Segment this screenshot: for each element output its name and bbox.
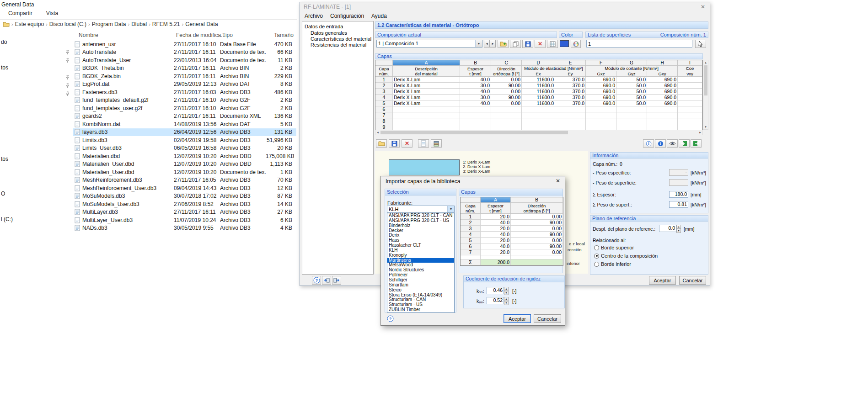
row-number-cell[interactable]: 2 <box>375 83 393 89</box>
table-cell[interactable] <box>460 118 491 124</box>
table-cell[interactable] <box>555 118 586 124</box>
table-vscrollbar[interactable]: ▴ ▾ <box>703 60 708 130</box>
table-cell[interactable]: 11600.0 <box>522 77 555 83</box>
table-cell[interactable]: 0.00 <box>491 100 522 106</box>
table-cell[interactable] <box>586 106 616 112</box>
menu-archivo[interactable]: Archivo <box>301 13 327 19</box>
breadcrumb-item[interactable]: Program Data <box>92 21 126 27</box>
fabricante-option[interactable]: Binderholz <box>387 223 454 228</box>
info-field[interactable]: 180.0 <box>669 191 688 198</box>
info-filled-button[interactable] <box>655 139 666 148</box>
row-number-cell[interactable]: 2 <box>461 220 481 226</box>
fabricante-option[interactable]: Hasslacher CLT <box>387 243 454 248</box>
table-cell[interactable] <box>616 106 647 112</box>
spin-up-icon[interactable]: ▴ <box>504 297 509 301</box>
table-cell[interactable] <box>647 112 678 118</box>
k88-field[interactable]: 0.52 <box>487 297 504 304</box>
scroll-left-icon[interactable]: ◂ <box>375 130 380 135</box>
table-cell[interactable]: 50.0 <box>616 89 647 95</box>
table-cell[interactable] <box>647 118 678 124</box>
row-number-cell[interactable]: 3 <box>461 226 481 232</box>
table-cell[interactable]: 690.0 <box>647 89 678 95</box>
table-cell[interactable]: 690.0 <box>586 77 616 83</box>
k33-spinner[interactable]: ▴ ▾ <box>504 287 509 294</box>
fabricante-option[interactable]: Steico <box>387 288 454 293</box>
displacement-spinner[interactable]: ▴ ▾ <box>676 225 681 232</box>
copy-composition-button[interactable] <box>510 40 521 48</box>
palette-icon[interactable] <box>571 40 581 48</box>
file-row[interactable]: antennen_usr27/11/2017 16:10Data Base Fi… <box>73 40 296 48</box>
table-cell[interactable]: Derix X-Lam <box>393 95 460 100</box>
column-letter-F[interactable]: F <box>586 60 616 66</box>
file-row[interactable]: KombiNorm.dat14/08/2019 13:56Archivo DAT… <box>73 120 296 128</box>
table-cell[interactable]: 690.0 <box>647 95 678 100</box>
column-letter-I[interactable]: I <box>678 60 702 66</box>
table-cell[interactable]: 11600.0 <box>522 89 555 95</box>
table-cell[interactable]: 690.0 <box>647 83 678 89</box>
fabricante-select[interactable]: KLH ▾ <box>387 206 455 213</box>
table-cell[interactable]: 90.00 <box>511 232 563 238</box>
scroll-down-icon[interactable]: ▾ <box>703 125 708 129</box>
fabricante-option[interactable]: Haas <box>387 238 454 243</box>
table-cell[interactable]: 0.00 <box>491 77 522 83</box>
file-row[interactable]: fund_templates_user.g2f27/11/2017 16:10A… <box>73 104 296 112</box>
column-letter-A[interactable]: A <box>393 60 460 66</box>
table-cell[interactable]: 690.0 <box>586 95 616 100</box>
cancel-button[interactable]: Cancelar <box>679 276 706 285</box>
menu-configuración[interactable]: Configuración <box>327 13 368 19</box>
prev-composition-button[interactable]: ◂ <box>484 40 490 48</box>
file-row[interactable]: Materialien.dbd12/07/2019 10:20Archivo D… <box>73 152 296 160</box>
table-cell[interactable]: 40.0 <box>481 243 511 249</box>
scroll-right-icon[interactable]: ▸ <box>698 130 702 135</box>
breadcrumb-item[interactable]: General Data <box>185 21 218 27</box>
fabricante-option[interactable]: Pollmeier <box>387 273 454 278</box>
table-cell[interactable]: Derix X-Lam <box>393 83 460 89</box>
file-row[interactable]: EigProf.dat29/05/2019 12:13Archivo DAT8 … <box>73 80 296 89</box>
file-row[interactable]: Materialien_User.dbd12/07/2019 10:20Docu… <box>73 168 296 176</box>
table-cell[interactable]: 20.0 <box>481 214 511 220</box>
table-cell[interactable] <box>460 112 491 118</box>
table-cell[interactable]: 20.0 <box>481 226 511 232</box>
dialog-accept-button[interactable]: Aceptar <box>504 314 531 323</box>
fabricante-option[interactable]: ANSI/APA PRG 320 CLT - CAN <box>387 213 454 218</box>
table-cell[interactable]: 0.00 <box>511 226 563 232</box>
table-cell[interactable] <box>460 106 491 112</box>
column-letter-G[interactable]: G <box>616 60 647 66</box>
fabricante-option[interactable]: Structurlam - US <box>387 302 454 307</box>
table-cell[interactable]: 40.0 <box>460 89 491 95</box>
transfer-in-button[interactable] <box>322 276 331 285</box>
menu-ayuda[interactable]: Ayuda <box>368 13 391 19</box>
radio-option-1[interactable]: Centro de la composición <box>594 253 658 259</box>
table-cell[interactable]: 370.0 <box>555 83 586 89</box>
displacement-field[interactable]: 0.0 <box>659 225 676 232</box>
fabricante-option[interactable]: Martinsons <box>387 258 454 263</box>
close-icon[interactable]: ✕ <box>701 4 705 10</box>
row-number-cell[interactable]: 6 <box>461 243 481 249</box>
pick-surfaces-button[interactable] <box>695 40 706 48</box>
table-cell[interactable] <box>393 106 460 112</box>
table-cell[interactable]: 90.00 <box>491 83 522 89</box>
column-header-date[interactable]: Fecha de modifica... <box>176 32 225 38</box>
column-letter-B[interactable]: B <box>511 197 563 203</box>
table-cell[interactable]: 690.0 <box>647 100 678 106</box>
table-cell[interactable] <box>678 95 702 100</box>
dialog-cancel-button[interactable]: Cancelar <box>534 314 561 323</box>
table-save-button[interactable] <box>389 139 400 148</box>
table-cell[interactable]: 40.0 <box>460 100 491 106</box>
eye-button[interactable] <box>667 139 678 148</box>
table-cell[interactable]: 40.0 <box>460 77 491 83</box>
table-cell[interactable]: 0.00 <box>511 249 563 255</box>
table-cell[interactable]: 11600.0 <box>522 95 555 100</box>
table-cell[interactable]: Derix X-Lam <box>393 100 460 106</box>
file-row[interactable]: AutoTranslate27/11/2017 16:11Documento d… <box>73 48 296 57</box>
tree-item[interactable]: Resistencias del material <box>311 42 366 48</box>
row-number-cell[interactable]: 7 <box>461 249 481 255</box>
table-cell[interactable] <box>678 118 702 124</box>
file-row[interactable]: BGDK_Theta.bin27/11/2017 16:11Archivo BI… <box>73 64 296 73</box>
spin-down-icon[interactable]: ▾ <box>504 291 509 295</box>
table-cell[interactable]: Derix X-Lam <box>393 77 460 83</box>
breadcrumb-item[interactable]: Dlubal <box>131 21 147 27</box>
radio-option-2[interactable]: Borde inferior <box>594 261 631 267</box>
table-cell[interactable]: 30.0 <box>460 95 491 100</box>
info-button[interactable] <box>643 139 654 148</box>
